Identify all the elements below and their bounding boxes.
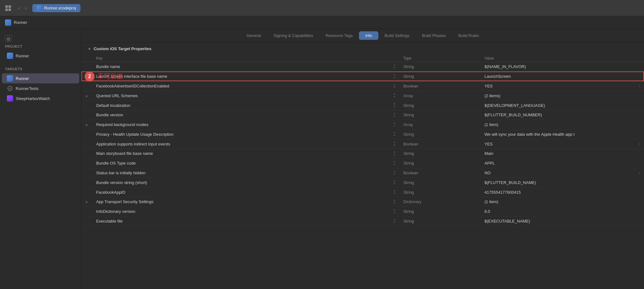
table-row: Application supports indirect input even… xyxy=(81,139,644,149)
svg-rect-1 xyxy=(8,5,11,8)
value-cell: YES↕ xyxy=(481,139,644,149)
svg-rect-3 xyxy=(8,8,11,11)
value-cell: (1 item) xyxy=(481,120,644,129)
value-cell: We will sync your data with the Apple He… xyxy=(481,129,644,139)
sidebar-item-runner-project[interactable]: Runner xyxy=(2,51,79,61)
tab-build-phases[interactable]: Build Phases xyxy=(416,31,452,40)
key-cell: Launch screen interface file base name xyxy=(92,71,389,81)
stepper-cell[interactable]: ▲▼ xyxy=(389,120,400,129)
main-layout: ▤ PROJECT Runner TARGETS Runner RunnerTe… xyxy=(0,29,644,289)
key-cell: Required background modes xyxy=(92,120,389,129)
key-cell: Bundle name xyxy=(92,62,389,72)
stepper-cell[interactable]: ▲▼ xyxy=(389,178,400,187)
runner-tests-icon xyxy=(7,85,13,92)
stepper-cell[interactable]: ▲▼ xyxy=(389,207,400,216)
runner-header-label: Runner xyxy=(14,20,27,25)
stepper-cell[interactable]: ▲▼ xyxy=(389,139,400,149)
expand-cell xyxy=(81,149,92,159)
table-row: Bundle name▲▼String$(NAME_IN_FLAVOR) xyxy=(81,62,644,72)
sleepharbor-icon xyxy=(7,95,13,102)
grid-icon[interactable] xyxy=(4,4,13,13)
key-cell: Privacy - Health Update Usage Descriptio… xyxy=(92,129,389,139)
key-cell: FacebookAdvertiserIDCollectionEnabled xyxy=(92,81,389,91)
sidebar-toggle[interactable]: ▤ xyxy=(5,35,12,42)
expand-cell xyxy=(81,139,92,149)
table-row: FacebookAdvertiserIDCollectionEnabled▲▼B… xyxy=(81,81,644,91)
key-cell: Main storyboard file base name xyxy=(92,149,389,159)
table-row: Status bar is initially hidden▲▼BooleanN… xyxy=(81,168,644,178)
col-header-type: Type xyxy=(400,55,481,62)
value-cell: Main xyxy=(481,149,644,159)
type-cell: String xyxy=(400,101,481,110)
table-row: InfoDictionary version▲▼String6.0 xyxy=(81,207,644,216)
table-row: ►Required background modes▲▼Array(1 item… xyxy=(81,120,644,129)
stepper-cell[interactable]: ▲▼ xyxy=(389,168,400,178)
key-cell: Default localization xyxy=(92,101,389,110)
tab-resource[interactable]: Resource Tags xyxy=(319,31,359,40)
properties-area: ▼ Custom iOS Target Properties Key Type … xyxy=(81,43,644,289)
key-cell: Bundle version string (short) xyxy=(92,178,389,187)
tab-bar: General Signing & Capabilities Resource … xyxy=(81,29,644,43)
type-cell: String xyxy=(400,71,481,81)
stepper-cell[interactable]: ▲▼ xyxy=(389,62,400,72)
expand-cell xyxy=(81,178,92,187)
stepper-cell[interactable]: ▲▼ xyxy=(389,81,400,91)
content-area: General Signing & Capabilities Resource … xyxy=(81,29,644,289)
expand-cell xyxy=(81,158,92,168)
value-cell: 6.0 xyxy=(481,207,644,216)
nav-buttons: ‹ › xyxy=(16,5,29,12)
stepper-cell[interactable]: ▲▼ xyxy=(389,187,400,197)
tab-signing[interactable]: Signing & Capabilities xyxy=(267,31,319,40)
stepper-cell[interactable]: ▲▼ xyxy=(389,101,400,110)
stepper-cell[interactable]: ▲▼ xyxy=(389,197,400,207)
sidebar-item-runner-project-label: Runner xyxy=(16,54,29,58)
key-cell: App Transport Security Settings xyxy=(92,197,389,207)
stepper-cell[interactable]: ▲▼ xyxy=(389,129,400,139)
type-cell: String xyxy=(400,187,481,197)
type-cell: String xyxy=(400,178,481,187)
section-header: ▼ Custom iOS Target Properties xyxy=(81,43,644,55)
expand-cell xyxy=(81,101,92,110)
type-cell: String xyxy=(400,110,481,120)
value-cell: (1 item) xyxy=(481,197,644,207)
stepper-cell[interactable]: ▲▼ xyxy=(389,216,400,226)
key-cell: Bundle version xyxy=(92,110,389,120)
expand-cell[interactable]: ► xyxy=(81,91,92,101)
section-title: Custom iOS Target Properties xyxy=(94,46,152,51)
type-cell: String xyxy=(400,158,481,168)
table-row: Main storyboard file base name▲▼StringMa… xyxy=(81,149,644,159)
value-cell: LaunchScreen xyxy=(481,71,644,81)
tab-general[interactable]: General xyxy=(240,31,267,40)
stepper-cell[interactable]: ▲▼ xyxy=(389,158,400,168)
stepper-cell[interactable]: ▲▼ xyxy=(389,91,400,101)
tab-build-settings[interactable]: Build Settings xyxy=(378,31,416,40)
expand-cell xyxy=(81,62,92,72)
tab-build-rules[interactable]: Build Rules xyxy=(452,31,485,40)
back-button[interactable]: ‹ xyxy=(16,5,22,12)
type-cell: String xyxy=(400,149,481,159)
active-tab[interactable]: Runner.xcodeproj xyxy=(32,4,80,12)
table-row: Launch screen interface file base name▲▼… xyxy=(81,71,644,81)
sidebar-item-runner-tests[interactable]: RunnerTests xyxy=(2,83,79,93)
runner-app-icon xyxy=(5,19,11,26)
sidebar-item-runner-target[interactable]: Runner xyxy=(2,73,79,83)
table-header-row: Key Type Value xyxy=(81,55,644,62)
expand-cell[interactable]: ► xyxy=(81,197,92,207)
tab-info[interactable]: Info xyxy=(359,31,378,40)
stepper-cell[interactable]: ▲▼ xyxy=(389,110,400,120)
value-cell: $(DEVELOPMENT_LANGUAGE) xyxy=(481,101,644,110)
title-bar: ‹ › Runner.xcodeproj xyxy=(0,0,644,16)
section-chevron[interactable]: ▼ xyxy=(88,47,91,51)
key-cell: Status bar is initially hidden xyxy=(92,168,389,178)
stepper-cell[interactable]: ▲▼ xyxy=(389,149,400,159)
value-cell: $(EXECUTABLE_NAME) xyxy=(481,216,644,226)
forward-button[interactable]: › xyxy=(23,5,28,12)
expand-cell[interactable]: ► xyxy=(81,120,92,129)
col-header-expand xyxy=(81,55,92,62)
value-cell: NO↕ xyxy=(481,168,644,178)
type-cell: String xyxy=(400,62,481,72)
sidebar-item-sleepharbor[interactable]: SleepHarborWatch xyxy=(2,93,79,103)
key-cell: Executable file xyxy=(92,216,389,226)
expand-cell xyxy=(81,168,92,178)
stepper-cell[interactable]: ▲▼ xyxy=(389,71,400,81)
